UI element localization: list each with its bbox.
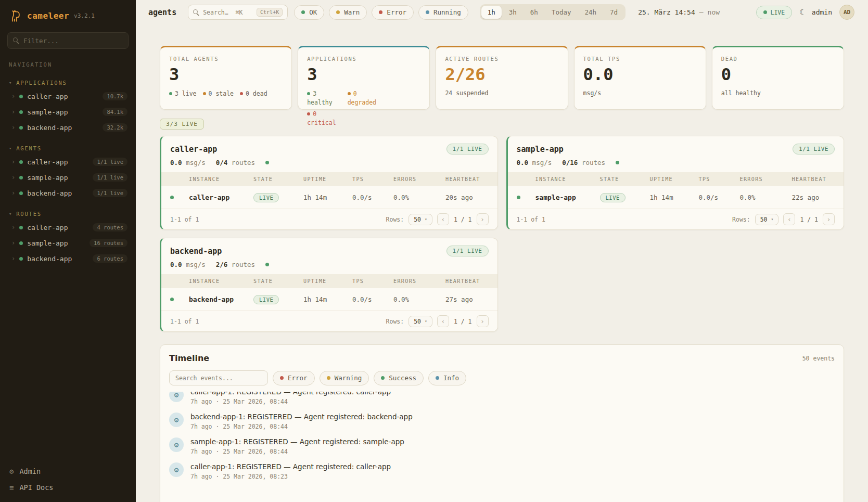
event-time: 7h ago · 25 Mar 2026, 08:44 bbox=[190, 448, 404, 455]
column-header: UPTIME bbox=[303, 176, 352, 182]
sidebar-item-agent-sample-app[interactable]: › sample-app 1/1 live bbox=[0, 170, 136, 185]
sidebar-item-badge: 1/1 live bbox=[93, 158, 127, 166]
rows-per-page-select[interactable]: 50▾ bbox=[755, 214, 779, 225]
timeline-title: Timeline bbox=[169, 353, 209, 363]
event-title: backend-app-1: REGISTERED — Agent regist… bbox=[190, 413, 413, 421]
row-range-label: 1-1 of 1 bbox=[517, 216, 545, 223]
breakdown-text: 0 degraded bbox=[348, 90, 376, 106]
sidebar: cameleer v3.2.1 NAVIGATION ▾ APPLICATION… bbox=[0, 0, 136, 502]
uptime-cell: 1h 14m bbox=[303, 295, 352, 303]
rows-per-page-select[interactable]: 50▾ bbox=[409, 316, 432, 327]
gear-icon: ⚙ bbox=[169, 413, 184, 427]
timeline-filter-error[interactable]: Error bbox=[273, 371, 315, 385]
time-range-6h[interactable]: 6h bbox=[524, 6, 544, 19]
table-row[interactable]: caller-app LIVE 1h 14m 0.0/s 0.0% 20s ag… bbox=[161, 186, 497, 209]
rows-per-page-value: 50 bbox=[414, 318, 421, 325]
time-range-today[interactable]: Today bbox=[545, 6, 578, 19]
next-page-button[interactable]: › bbox=[477, 213, 489, 225]
timeline-filter-info[interactable]: Info bbox=[428, 371, 466, 385]
chip-label: Error bbox=[288, 374, 308, 382]
search-icon bbox=[13, 37, 19, 44]
time-range-1h[interactable]: 1h bbox=[481, 6, 502, 19]
timeline-event[interactable]: ⚙ sample-app-1: REGISTERED — Agent regis… bbox=[160, 434, 844, 459]
time-range-24h[interactable]: 24h bbox=[579, 6, 603, 19]
status-dot bbox=[203, 92, 206, 95]
sidebar-item-badge: 1/1 live bbox=[93, 189, 127, 197]
rate-value: 0.0 bbox=[170, 159, 182, 166]
stat-breakdown: 3 live 0 stale 0 dead bbox=[169, 89, 283, 98]
table-footer: 1-1 of 1 Rows: 50▾ ‹ 1 / 1 › bbox=[508, 209, 844, 229]
sidebar-item-application-caller-app[interactable]: › caller-app 10.7k bbox=[0, 88, 136, 104]
sidebar-item-label: backend-app bbox=[27, 255, 88, 263]
table-footer: 1-1 of 1 Rows: 50▾ ‹ 1 / 1 › bbox=[161, 311, 497, 331]
live-summary-chip: 3/3 LIVE bbox=[160, 119, 204, 130]
section-header-applications[interactable]: ▾ APPLICATIONS bbox=[0, 77, 136, 88]
global-search[interactable]: Ctrl+K bbox=[188, 5, 288, 20]
chevron-right-icon: › bbox=[480, 215, 484, 223]
dark-mode-toggle[interactable]: ☾ bbox=[799, 7, 805, 17]
section-header-routes[interactable]: ▾ ROUTES bbox=[0, 208, 136, 220]
errors-cell: 0.0% bbox=[393, 194, 445, 201]
agent-card-header: sample-app 1/1 LIVE bbox=[508, 136, 844, 159]
menu-icon: ≡ bbox=[9, 483, 14, 492]
timeline-event[interactable]: ⚙ caller-app-1: REGISTERED — Agent regis… bbox=[160, 459, 844, 484]
chevron-right-icon: › bbox=[11, 239, 15, 247]
table-row[interactable]: backend-app LIVE 1h 14m 0.0/s 0.0% 27s a… bbox=[161, 288, 497, 311]
sidebar-item-routes-sample-app[interactable]: › sample-app 16 routes bbox=[0, 235, 136, 251]
rows-label: Rows: bbox=[386, 318, 404, 325]
prev-page-button[interactable]: ‹ bbox=[437, 213, 449, 225]
sidebar-filter[interactable] bbox=[7, 32, 129, 49]
sidebar-item-admin[interactable]: ⚙ Admin bbox=[9, 467, 126, 475]
sidebar-item-application-sample-app[interactable]: › sample-app 84.1k bbox=[0, 104, 136, 120]
timeline-event[interactable]: ⚙ backend-app-1: REGISTERED — Agent regi… bbox=[160, 409, 844, 434]
next-page-button[interactable]: › bbox=[477, 315, 489, 327]
sidebar-item-label: caller-app bbox=[27, 93, 98, 100]
section-header-agents[interactable]: ▾ AGENTS bbox=[0, 143, 136, 154]
sidebar-item-label: sample-app bbox=[27, 174, 88, 182]
routes-unit: routes bbox=[232, 159, 255, 166]
timeline-filter-success[interactable]: Success bbox=[374, 371, 424, 385]
sidebar-item-application-backend-app[interactable]: › backend-app 32.2k bbox=[0, 120, 136, 135]
filter-chip-ok[interactable]: OK bbox=[294, 5, 324, 20]
timeline-event-list[interactable]: ⚙ caller-app-1: REGISTERED — Agent regis… bbox=[160, 392, 844, 502]
filter-chip-error[interactable]: Error bbox=[372, 5, 414, 20]
timeline-filter-warning[interactable]: Warning bbox=[320, 371, 369, 385]
global-search-input[interactable] bbox=[203, 9, 253, 16]
chevron-left-icon: ‹ bbox=[441, 215, 445, 223]
prev-page-button[interactable]: ‹ bbox=[437, 315, 449, 327]
row-range-label: 1-1 of 1 bbox=[170, 216, 199, 223]
breakdown-item: 0 dead bbox=[240, 89, 267, 98]
chevron-right-icon: › bbox=[480, 317, 484, 325]
agent-card-backend-app: backend-app 1/1 LIVE 0.0 msg/s 2/6 route… bbox=[160, 238, 498, 332]
status-dot bbox=[19, 176, 23, 179]
timeline-event[interactable]: ⚙ caller-app-1: REGISTERED — Agent regis… bbox=[160, 392, 844, 409]
state-badge: LIVE bbox=[600, 193, 626, 202]
sidebar-item-routes-backend-app[interactable]: › backend-app 6 routes bbox=[0, 251, 136, 266]
page-indicator: 1 / 1 bbox=[454, 318, 472, 325]
filter-chip-running[interactable]: Running bbox=[418, 5, 468, 20]
time-range-3h[interactable]: 3h bbox=[503, 6, 523, 19]
timeline-search-input[interactable] bbox=[169, 370, 268, 385]
time-range-7d[interactable]: 7d bbox=[604, 6, 624, 19]
column-header: ERRORS bbox=[393, 176, 445, 182]
rows-per-page-select[interactable]: 50▾ bbox=[409, 214, 432, 225]
live-status-badge[interactable]: LIVE bbox=[756, 6, 793, 19]
avatar[interactable]: AD bbox=[839, 5, 854, 20]
section-label: AGENTS bbox=[16, 145, 42, 151]
sidebar-item-agent-caller-app[interactable]: › caller-app 1/1 live bbox=[0, 154, 136, 170]
sidebar-item-api-docs[interactable]: ≡ API Docs bbox=[9, 483, 126, 492]
chevron-right-icon: › bbox=[827, 215, 831, 223]
filter-chip-warn[interactable]: Warn bbox=[329, 5, 367, 20]
caret-down-icon: ▾ bbox=[771, 217, 774, 222]
sidebar-item-routes-caller-app[interactable]: › caller-app 4 routes bbox=[0, 220, 136, 235]
next-page-button[interactable]: › bbox=[823, 213, 835, 225]
sidebar-footer-label: Admin bbox=[19, 467, 41, 475]
table-row[interactable]: sample-app LIVE 1h 14m 0.0/s 0.0% 22s ag… bbox=[508, 186, 844, 209]
prev-page-button[interactable]: ‹ bbox=[783, 213, 795, 225]
column-header: INSTANCE bbox=[189, 278, 253, 284]
chip-label: Info bbox=[443, 374, 459, 382]
chip-label: Success bbox=[389, 374, 416, 382]
sidebar-item-agent-backend-app[interactable]: › backend-app 1/1 live bbox=[0, 185, 136, 201]
agent-card-stats: 0.0 msg/s 2/6 routes bbox=[161, 261, 497, 274]
sidebar-filter-input[interactable] bbox=[23, 37, 123, 45]
